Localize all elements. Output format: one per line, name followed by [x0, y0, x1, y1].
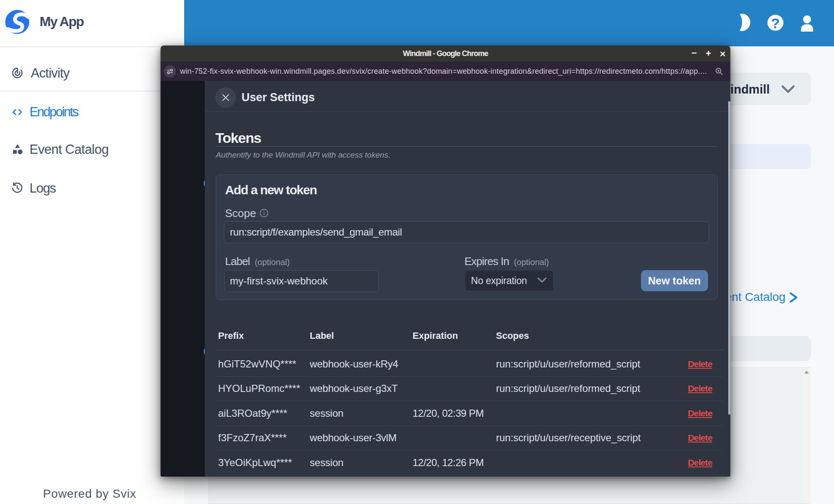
svg-text:?: ?	[771, 15, 780, 31]
